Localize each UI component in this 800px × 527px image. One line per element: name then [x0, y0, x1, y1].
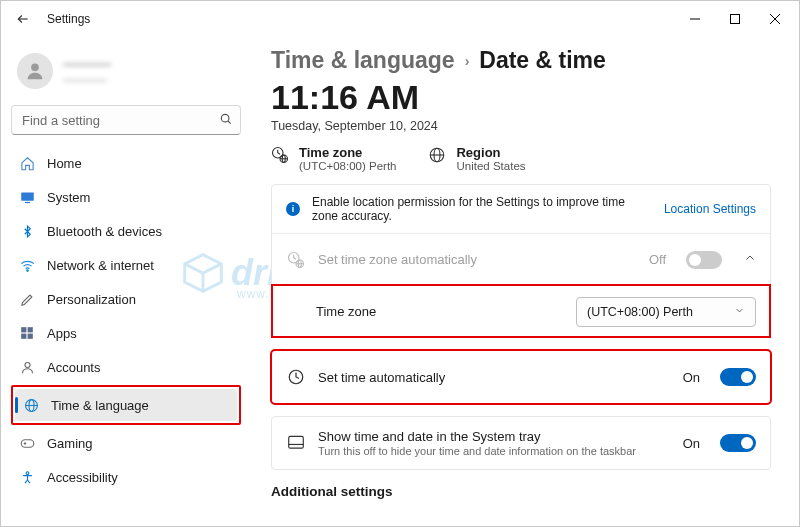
profile-name: ———— — [63, 57, 111, 71]
search-icon — [219, 112, 233, 129]
sidebar-item-label: Accounts — [47, 360, 100, 375]
date-line: Tuesday, September 10, 2024 — [271, 119, 771, 133]
personalization-icon — [19, 291, 35, 307]
highlight-sidebar-item: Time & language — [11, 385, 241, 425]
titlebar: Settings — [1, 1, 799, 37]
svg-rect-4 — [731, 15, 740, 24]
sidebar-item-label: Personalization — [47, 292, 136, 307]
sidebar-item-home[interactable]: Home — [11, 147, 241, 179]
row-label: Show time and date in the System tray — [318, 429, 671, 444]
toggle-set-time-auto[interactable] — [720, 368, 756, 386]
sidebar-item-accounts[interactable]: Accounts — [11, 351, 241, 383]
location-banner: i Enable location permission for the Set… — [272, 185, 770, 233]
row-label: Set time automatically — [318, 370, 671, 385]
svg-rect-16 — [28, 334, 33, 339]
time-language-icon — [23, 397, 39, 413]
sidebar-item-system[interactable]: System — [11, 181, 241, 213]
summary-tz-value: (UTC+08:00) Perth — [299, 160, 396, 172]
content-area: Time & language › Date & time 11:16 AM T… — [251, 37, 799, 526]
row-timezone-select: Time zone (UTC+08:00) Perth — [272, 285, 770, 337]
clock-icon — [286, 368, 306, 386]
chevron-right-icon: › — [465, 53, 470, 69]
svg-point-12 — [26, 269, 28, 271]
nav: Home System Bluetooth & devices Network … — [11, 147, 241, 493]
back-button[interactable] — [13, 9, 33, 29]
sidebar-item-label: Time & language — [51, 398, 149, 413]
card-system-tray: Show time and date in the System tray Tu… — [271, 416, 771, 470]
row-set-tz-auto: Set time zone automatically Off — [272, 233, 770, 285]
sidebar-item-time-language[interactable]: Time & language — [15, 389, 237, 421]
sidebar-item-network[interactable]: Network & internet — [11, 249, 241, 281]
section-additional: Additional settings — [271, 484, 771, 499]
timezone-icon — [271, 146, 289, 167]
sidebar-item-accessibility[interactable]: Accessibility — [11, 461, 241, 493]
profile[interactable]: ———— ———— — [11, 45, 241, 97]
location-settings-link[interactable]: Location Settings — [664, 202, 756, 216]
row-sublabel: Turn this off to hide your time and date… — [318, 445, 671, 457]
sidebar-item-label: Gaming — [47, 436, 93, 451]
sidebar-item-label: Home — [47, 156, 82, 171]
breadcrumb: Time & language › Date & time — [271, 47, 771, 74]
svg-rect-14 — [28, 327, 33, 332]
clock: 11:16 AM — [271, 78, 771, 117]
summary-timezone: Time zone (UTC+08:00) Perth — [271, 145, 396, 172]
toggle-state: On — [683, 370, 700, 385]
accessibility-icon — [19, 469, 35, 485]
svg-point-24 — [26, 471, 29, 474]
svg-rect-15 — [21, 334, 26, 339]
banner-text: Enable location permission for the Setti… — [312, 195, 652, 223]
sidebar-item-personalization[interactable]: Personalization — [11, 283, 241, 315]
summary-region: Region United States — [428, 145, 525, 172]
minimize-button[interactable] — [675, 5, 715, 33]
globe-icon — [428, 146, 446, 167]
gaming-icon — [19, 435, 35, 451]
sidebar-item-label: Accessibility — [47, 470, 118, 485]
system-icon — [19, 189, 35, 205]
svg-point-17 — [25, 362, 30, 367]
sidebar-item-label: Bluetooth & devices — [47, 224, 162, 239]
summary-region-value: United States — [456, 160, 525, 172]
svg-rect-37 — [289, 436, 304, 448]
chevron-up-icon[interactable] — [744, 252, 756, 267]
sidebar: ———— ———— Home System Bluetooth & device… — [1, 37, 251, 526]
row-label: Time zone — [316, 304, 564, 319]
search-input[interactable] — [11, 105, 241, 135]
svg-rect-21 — [21, 439, 34, 447]
row-system-tray: Show time and date in the System tray Tu… — [272, 417, 770, 469]
toggle-state: Off — [649, 252, 666, 267]
card-set-time-auto: Set time automatically On — [271, 350, 771, 404]
row-label: Set time zone automatically — [318, 252, 637, 267]
page-title: Date & time — [479, 47, 606, 74]
sidebar-item-bluetooth[interactable]: Bluetooth & devices — [11, 215, 241, 247]
breadcrumb-parent[interactable]: Time & language — [271, 47, 455, 74]
apps-icon — [19, 325, 35, 341]
svg-point-7 — [31, 63, 39, 71]
svg-line-9 — [228, 121, 231, 124]
profile-email: ———— — [63, 73, 111, 85]
window-title: Settings — [47, 12, 90, 26]
summary-tz-label: Time zone — [299, 145, 396, 160]
bluetooth-icon — [19, 223, 35, 239]
accounts-icon — [19, 359, 35, 375]
avatar — [17, 53, 53, 89]
toggle-set-tz-auto — [686, 251, 722, 269]
wifi-icon — [19, 257, 35, 273]
row-set-time-auto: Set time automatically On — [272, 351, 770, 403]
sidebar-item-label: Apps — [47, 326, 77, 341]
dropdown-value: (UTC+08:00) Perth — [587, 305, 693, 319]
info-icon: i — [286, 202, 300, 216]
close-button[interactable] — [755, 5, 795, 33]
taskbar-icon — [286, 435, 306, 451]
maximize-button[interactable] — [715, 5, 755, 33]
timezone-icon — [286, 251, 306, 269]
sidebar-item-apps[interactable]: Apps — [11, 317, 241, 349]
svg-rect-11 — [25, 201, 30, 202]
toggle-system-tray[interactable] — [720, 434, 756, 452]
sidebar-item-gaming[interactable]: Gaming — [11, 427, 241, 459]
sidebar-item-label: System — [47, 190, 90, 205]
svg-rect-10 — [21, 192, 34, 200]
timezone-dropdown[interactable]: (UTC+08:00) Perth — [576, 297, 756, 327]
svg-rect-13 — [21, 327, 26, 332]
sidebar-item-label: Network & internet — [47, 258, 154, 273]
summary-region-label: Region — [456, 145, 525, 160]
